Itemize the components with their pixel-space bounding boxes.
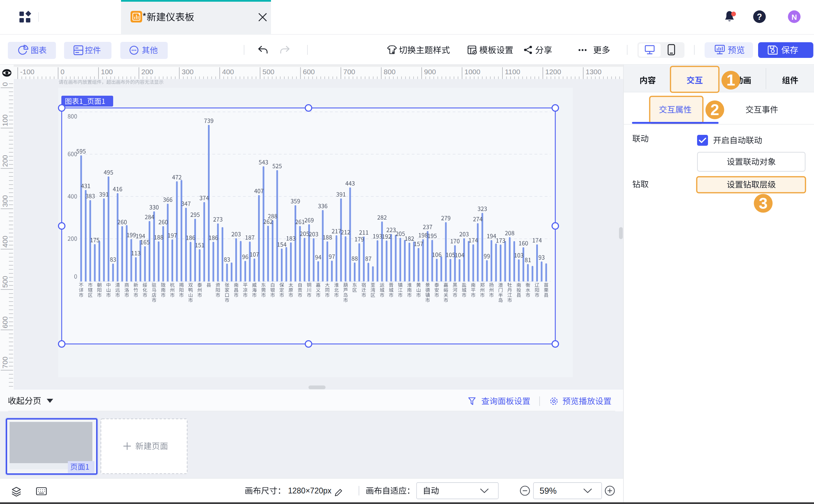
svg-text:800: 800 (384, 68, 396, 76)
svg-text:500: 500 (1, 276, 9, 288)
svg-text:N: N (792, 13, 797, 21)
svg-text:400: 400 (1, 236, 9, 248)
svg-text:0: 0 (1, 82, 9, 86)
svg-text:59%: 59% (540, 486, 557, 495)
svg-text:100: 100 (101, 68, 113, 76)
svg-text:300: 300 (1, 195, 9, 207)
svg-text:500: 500 (262, 68, 274, 76)
svg-text:700: 700 (343, 68, 355, 76)
svg-text:200: 200 (141, 68, 153, 76)
svg-text:?: ? (757, 12, 762, 21)
svg-text:900: 900 (424, 68, 436, 76)
svg-text:300: 300 (182, 68, 194, 76)
svg-text:1000: 1000 (465, 68, 481, 76)
svg-text:1100: 1100 (505, 68, 520, 76)
svg-text:1: 1 (726, 71, 735, 89)
svg-text:400: 400 (222, 68, 234, 76)
svg-text:2: 2 (710, 101, 719, 119)
svg-text:0: 0 (61, 68, 65, 76)
svg-text:1300: 1300 (586, 68, 602, 76)
svg-text:200: 200 (1, 155, 9, 167)
svg-text:3: 3 (759, 194, 768, 212)
svg-text:600: 600 (1, 316, 9, 328)
svg-text:1200: 1200 (545, 68, 561, 76)
svg-text:100: 100 (1, 114, 9, 126)
svg-text:-100: -100 (20, 68, 34, 76)
svg-text:700: 700 (1, 357, 9, 368)
svg-text:600: 600 (303, 68, 315, 76)
svg-text:1280×720px: 1280×720px (288, 486, 332, 495)
